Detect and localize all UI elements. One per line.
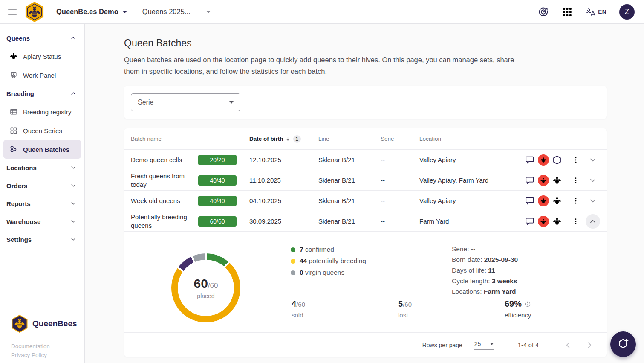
batch-detail-panel: 60/60 placed 7 confirmed 44 potentially …: [124, 232, 607, 333]
sidebar-item-breeding-registry[interactable]: Breeding registry: [0, 102, 84, 121]
chevron-down-icon: [490, 343, 494, 345]
column-location[interactable]: Location: [419, 136, 523, 142]
count-badge: 20/20: [198, 155, 237, 165]
chevron-down-icon: [123, 11, 127, 13]
count-badge: 60/60: [198, 216, 237, 227]
bee-icon[interactable]: [552, 176, 562, 185]
stat-label: efficiency: [505, 311, 531, 319]
rows-per-page-select[interactable]: 25: [474, 340, 494, 350]
topbar-actions: EN Z: [538, 4, 635, 20]
expand-row-button[interactable]: [586, 153, 600, 167]
row-actions: [523, 194, 600, 208]
target-goals-icon[interactable]: [538, 6, 549, 17]
comment-icon[interactable]: [525, 176, 534, 185]
red-bee-alert-icon[interactable]: [538, 154, 549, 166]
legend-item-potentially-breeding: 44 potentially breeding: [291, 257, 366, 265]
kebab-menu-icon[interactable]: [572, 196, 580, 206]
brand-logo-icon[interactable]: [25, 1, 44, 23]
info-born-label: Born date:: [452, 256, 482, 263]
filter-card: Serie: [124, 86, 607, 119]
info-cycle-label: Cycle length:: [452, 277, 490, 285]
info-cycle-value: 3 weeks: [492, 277, 517, 285]
language-switcher[interactable]: EN: [586, 7, 606, 17]
next-page-button[interactable]: [585, 340, 594, 350]
legend-label: virgin queens: [305, 269, 344, 276]
privacy-policy-link[interactable]: Privacy Policy: [11, 351, 84, 360]
kebab-menu-icon[interactable]: [572, 217, 580, 226]
batch-name: Fresh queens from today: [131, 172, 198, 189]
comment-icon[interactable]: [525, 196, 534, 206]
apps-grid-icon[interactable]: [562, 6, 573, 17]
expand-row-button[interactable]: [586, 194, 600, 208]
sidebar-item-queen-series[interactable]: Queen Series: [0, 121, 84, 140]
column-line[interactable]: Line: [318, 136, 381, 142]
sidebar-item-apiary-status[interactable]: Apiary Status: [0, 47, 84, 66]
section-label: Settings: [6, 236, 32, 243]
hexagon-cell-icon[interactable]: [552, 155, 562, 165]
batch-donut-chart: 60/60 placed: [171, 253, 240, 322]
sidebar-section-breeding[interactable]: Breeding: [0, 84, 84, 102]
work-panel-icon: [9, 71, 18, 79]
avatar[interactable]: Z: [619, 4, 635, 20]
row-actions: [523, 173, 600, 188]
info-icon[interactable]: [524, 301, 531, 308]
column-batch-name[interactable]: Batch name: [131, 136, 249, 142]
batch-date: 30.09.2025: [249, 218, 318, 225]
chevron-down-icon: [70, 182, 77, 189]
column-date-of-birth[interactable]: Date of birth 1: [249, 135, 318, 143]
chevron-down-icon: [206, 11, 211, 13]
collapse-row-button[interactable]: [586, 214, 600, 229]
sidebar-section-warehouse[interactable]: Warehouse: [0, 212, 84, 230]
queen-list-selector[interactable]: Queens 2025...: [142, 8, 211, 16]
sidebar-item-queen-batches[interactable]: Queen Batches: [3, 140, 81, 159]
legend-item-confirmed: 7 confirmed: [291, 246, 366, 253]
add-batch-fab[interactable]: [610, 331, 636, 357]
sidebar-item-work-panel[interactable]: Work Panel: [0, 66, 84, 84]
documentation-link[interactable]: Documentation: [11, 342, 84, 351]
batch-name: Demo queen cells: [131, 156, 198, 164]
batch-serie: --: [381, 177, 419, 184]
batch-name: Week old queens: [131, 197, 198, 205]
info-serie-value: --: [471, 245, 475, 253]
main-content: Queen Batches Queen batches are used on …: [85, 24, 644, 363]
sidebar-section-orders[interactable]: Orders: [0, 177, 84, 195]
sidebar-item-label: Queen Batches: [23, 146, 69, 153]
avatar-initial: Z: [625, 8, 629, 16]
previous-page-button[interactable]: [563, 340, 573, 350]
sidebar-section-locations[interactable]: Locations: [0, 159, 84, 177]
registry-table-icon: [9, 107, 18, 116]
batch-line: Sklenar B/21: [318, 197, 381, 204]
kebab-menu-icon[interactable]: [572, 155, 580, 165]
batch-date: 12.10.2025: [249, 156, 318, 163]
placed-label: placed: [197, 293, 214, 299]
red-bee-alert-icon[interactable]: [538, 175, 549, 186]
sidebar-section-settings[interactable]: Settings: [0, 230, 84, 248]
count-badge: 40/40: [198, 196, 237, 206]
chevron-down-icon: [70, 236, 77, 243]
menu-icon[interactable]: [7, 6, 18, 17]
kebab-menu-icon[interactable]: [572, 176, 580, 185]
section-label: Orders: [6, 182, 27, 189]
queenbees-app: QueenBe.es Demo Queens 2025... EN Z Quee…: [0, 0, 644, 363]
batch-date: 04.10.2025: [249, 197, 318, 204]
sidebar-item-label: Queen Series: [23, 127, 62, 134]
sidebar-item-label: Apiary Status: [23, 53, 61, 60]
bee-icon[interactable]: [552, 196, 562, 206]
comment-icon[interactable]: [525, 217, 534, 226]
red-bee-alert-icon[interactable]: [538, 195, 549, 206]
comment-icon[interactable]: [525, 155, 534, 165]
red-bee-alert-icon[interactable]: [538, 216, 549, 227]
expand-row-button[interactable]: [586, 173, 600, 188]
batch-name: Potentially breeding queens: [131, 213, 198, 230]
placed-count: 60: [193, 276, 208, 290]
chevron-down-icon: [70, 200, 77, 207]
grid-squares-icon: [9, 126, 18, 135]
sidebar-section-reports[interactable]: Reports: [0, 195, 84, 212]
sidebar-section-queens[interactable]: Queens: [0, 29, 84, 47]
organization-selector[interactable]: QueenBe.es Demo: [56, 8, 127, 16]
sidebar-item-label: Breeding registry: [23, 108, 71, 116]
bee-icon[interactable]: [552, 217, 562, 226]
legend-label: confirmed: [305, 246, 334, 253]
column-serie[interactable]: Serie: [381, 136, 419, 142]
serie-filter-select[interactable]: Serie: [131, 93, 240, 111]
